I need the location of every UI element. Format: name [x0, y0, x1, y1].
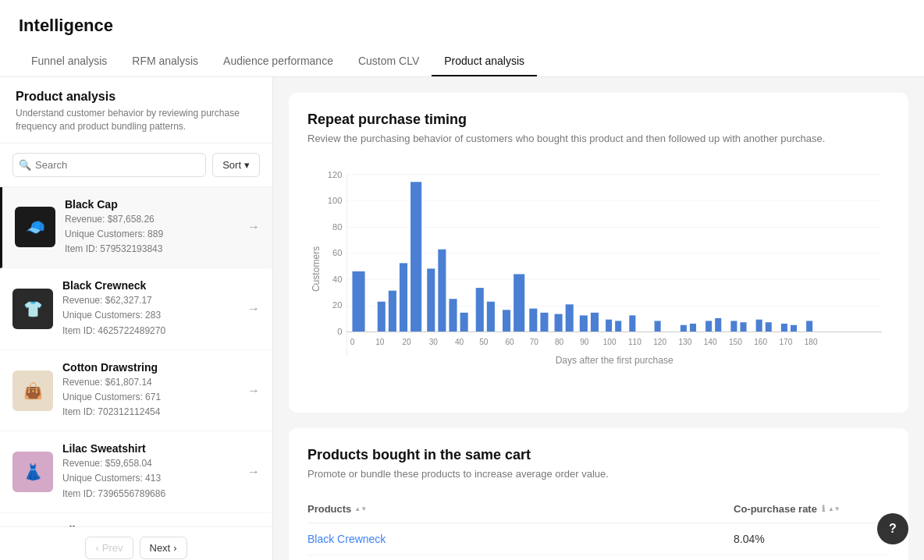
same-cart-table: Products ▲▼ Co-purchase rate ℹ ▲▼ Black …	[307, 495, 890, 560]
svg-text:150: 150	[729, 338, 742, 346]
product-info: Lilac Sweatshirt Revenue: $59,658.04 Uni…	[62, 442, 238, 502]
nav-tabs: Funnel analysis RFM analysis Audience pe…	[19, 47, 905, 76]
product-arrow-icon: →	[247, 465, 260, 479]
svg-rect-17	[378, 302, 386, 332]
tab-funnel[interactable]: Funnel analysis	[19, 47, 119, 76]
product-arrow-icon: →	[247, 302, 260, 316]
product-item[interactable]: 🧢 Black Cap Revenue: $87,658.26 Unique C…	[0, 187, 272, 269]
svg-rect-42	[715, 318, 721, 332]
tab-custom-clv[interactable]: Custom CLV	[346, 47, 432, 76]
svg-rect-26	[487, 302, 495, 332]
th-products: Products ▲▼	[307, 503, 734, 515]
next-label: Next	[150, 542, 171, 554]
svg-rect-38	[655, 321, 661, 331]
svg-text:90: 90	[580, 338, 589, 346]
svg-rect-49	[806, 321, 812, 331]
search-input[interactable]	[12, 153, 206, 177]
sort-label: Sort	[222, 159, 241, 171]
product-info: Cotton Drawstring Revenue: $61,807.14 Un…	[62, 361, 238, 420]
pagination: ‹ Prev Next ›	[0, 526, 272, 560]
search-sort-row: 🔍 Sort ▾	[0, 144, 272, 187]
cart-product-rate: 8.04%	[734, 533, 890, 545]
svg-rect-28	[514, 274, 524, 331]
sort-button[interactable]: Sort ▾	[212, 153, 260, 177]
product-name: Lilac Sweatshirt	[62, 442, 238, 455]
product-thumb-icon: 👗	[23, 463, 43, 481]
product-thumbnail: 🧢	[15, 207, 55, 247]
table-row: Black Crewneck 8.04%	[307, 523, 890, 555]
svg-rect-40	[690, 324, 696, 332]
product-thumb-icon: 👜	[23, 381, 43, 400]
svg-rect-39	[681, 325, 687, 332]
product-meta: Revenue: $62,327.17 Unique Customers: 28…	[62, 293, 238, 338]
svg-text:160: 160	[754, 338, 767, 346]
svg-text:110: 110	[628, 338, 641, 346]
product-arrow-icon: →	[247, 384, 260, 398]
product-meta: Revenue: $87,658.26 Unique Customers: 88…	[65, 212, 238, 257]
svg-text:80: 80	[555, 338, 564, 346]
svg-rect-23	[449, 299, 457, 331]
same-cart-desc: Promote or bundle these products to incr…	[307, 468, 890, 480]
info-icon: ℹ	[822, 504, 825, 514]
prev-button[interactable]: ‹ Prev	[85, 537, 133, 559]
svg-rect-25	[476, 288, 484, 331]
svg-text:40: 40	[455, 338, 464, 346]
svg-text:50: 50	[479, 338, 489, 346]
content-area: Repeat purchase timing Review the purcha…	[273, 77, 924, 560]
svg-text:120: 120	[328, 170, 342, 179]
help-button[interactable]: ?	[877, 513, 908, 544]
product-arrow-icon: →	[247, 220, 260, 234]
main-layout: Product analysis Understand customer beh…	[0, 77, 924, 560]
svg-rect-32	[566, 304, 574, 331]
svg-rect-41	[705, 321, 712, 331]
product-thumbnail: 👜	[12, 370, 53, 411]
svg-text:70: 70	[530, 338, 539, 346]
sidebar: Product analysis Understand customer beh…	[0, 77, 273, 560]
svg-text:100: 100	[603, 338, 617, 346]
chevron-right-icon: ›	[173, 542, 176, 554]
product-item[interactable]: 👕 Black Crewneck Revenue: $62,327.17 Uni…	[0, 268, 272, 350]
svg-rect-34	[591, 313, 599, 332]
svg-text:0: 0	[350, 338, 355, 346]
product-item[interactable]: 👜 Lilac Tote Revenue: $46,421.59 Unique …	[0, 513, 272, 526]
svg-text:100: 100	[328, 196, 342, 205]
product-thumb-icon: 🧢	[26, 218, 45, 236]
product-item[interactable]: 👗 Lilac Sweatshirt Revenue: $59,658.04 U…	[0, 431, 272, 513]
product-meta: Revenue: $59,658.04 Unique Customers: 41…	[62, 456, 238, 502]
repeat-purchase-desc: Review the purchasing behavior of custom…	[307, 133, 890, 144]
product-list: 🧢 Black Cap Revenue: $87,658.26 Unique C…	[0, 187, 272, 526]
next-button[interactable]: Next ›	[140, 537, 187, 559]
product-name: Cotton Drawstring	[62, 361, 238, 374]
tab-product-analysis[interactable]: Product analysis	[432, 47, 537, 76]
svg-text:20: 20	[402, 338, 411, 346]
tab-audience[interactable]: Audience performance	[211, 47, 346, 76]
svg-text:130: 130	[678, 338, 691, 346]
svg-text:30: 30	[429, 338, 439, 346]
product-item[interactable]: 👜 Cotton Drawstring Revenue: $61,807.14 …	[0, 350, 272, 432]
svg-rect-20	[410, 182, 421, 331]
app-title: Intelligence	[19, 16, 905, 36]
svg-text:Days after the first purchase: Days after the first purchase	[556, 355, 673, 366]
svg-text:Customers: Customers	[311, 246, 322, 292]
product-name: Black Crewneck	[62, 279, 238, 292]
svg-rect-19	[400, 263, 407, 331]
svg-rect-29	[529, 309, 537, 332]
svg-rect-30	[540, 313, 548, 332]
table-header: Products ▲▼ Co-purchase rate ℹ ▲▼	[307, 495, 890, 523]
svg-text:0: 0	[337, 327, 342, 336]
svg-rect-46	[766, 322, 772, 331]
table-row: Cotton Drawstring 6.36%	[307, 555, 890, 560]
repeat-purchase-title: Repeat purchase timing	[307, 112, 890, 128]
svg-rect-21	[427, 268, 435, 331]
sidebar-header: Product analysis Understand customer beh…	[0, 77, 272, 144]
cart-product-link[interactable]: Black Crewneck	[307, 533, 734, 545]
svg-text:20: 20	[332, 300, 342, 310]
svg-text:120: 120	[653, 338, 666, 346]
svg-rect-33	[580, 315, 588, 331]
svg-rect-48	[791, 325, 797, 332]
tab-rfm[interactable]: RFM analysis	[119, 47, 211, 76]
product-meta: Revenue: $61,807.14 Unique Customers: 67…	[62, 375, 238, 420]
svg-rect-31	[555, 314, 563, 332]
svg-rect-43	[730, 321, 737, 331]
svg-rect-44	[740, 322, 746, 331]
